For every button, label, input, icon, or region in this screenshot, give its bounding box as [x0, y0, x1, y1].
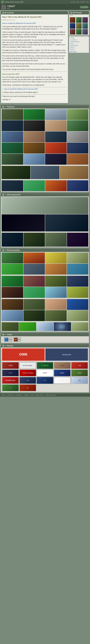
- promo-20[interactable]: [67, 299, 89, 310]
- promo-15[interactable]: [45, 287, 67, 298]
- promo-13[interactable]: [2, 287, 23, 298]
- stamp-7[interactable]: I CSS take a coilaway: [19, 370, 36, 376]
- promo-eye-1[interactable]: [2, 322, 19, 331]
- footer-link-about[interactable]: About: [1, 394, 5, 396]
- promo-4[interactable]: [67, 252, 89, 264]
- promo-eye-2[interactable]: [19, 322, 36, 331]
- feature-bot-1[interactable]: [2, 180, 23, 191]
- amazed-r2-2[interactable]: [23, 233, 45, 247]
- stamp-11[interactable]: deviantART Stamp: [2, 377, 19, 384]
- feature-photo-9[interactable]: [2, 132, 23, 142]
- promo-18[interactable]: [23, 299, 45, 310]
- footer-link-terms[interactable]: Terms of Service: [45, 394, 56, 396]
- background-stamp-container[interactable]: background: [45, 348, 88, 361]
- stamp-8[interactable]: MACRO: [37, 370, 54, 376]
- feature-photo-3[interactable]: [45, 109, 67, 120]
- promo-23[interactable]: [45, 310, 67, 321]
- stamp-12[interactable]: CSS: [19, 377, 36, 384]
- feature-bot-4[interactable]: [67, 180, 89, 191]
- stamp-1[interactable]: 1 CODE: [2, 362, 19, 369]
- promo-6[interactable]: [23, 264, 45, 274]
- feature-wide-2[interactable]: [31, 166, 59, 179]
- or-link-1-a[interactable]: ~~porchez: [70, 39, 76, 40]
- promo-7[interactable]: [45, 264, 67, 274]
- promo-19[interactable]: [45, 299, 67, 310]
- promo-24[interactable]: [67, 310, 89, 321]
- footer-link-developers[interactable]: Developers: [15, 394, 22, 396]
- stamp-6[interactable]: Canon: [2, 370, 19, 376]
- stamp-10[interactable]: Firefox: [71, 370, 88, 376]
- footer-link-advertising[interactable]: Advertising: [7, 394, 14, 396]
- footer-link-careers[interactable]: Careers: [24, 394, 29, 396]
- feature-wide-1[interactable]: [2, 166, 30, 179]
- feature-photo-14[interactable]: [23, 143, 45, 154]
- nav-journal[interactable]: journal: [71, 1, 75, 3]
- feature-photo-10[interactable]: [23, 132, 45, 142]
- promo-eye-4[interactable]: [54, 322, 71, 331]
- friend-avatar-1[interactable]: [70, 17, 75, 23]
- promo-21[interactable]: [2, 310, 23, 321]
- journal-button[interactable]: ⊞ Journal: [80, 6, 89, 8]
- install-link-2-a[interactable]: ► How to Install the Official dA V5 Jour…: [2, 88, 38, 90]
- feature-photo-16[interactable]: [67, 143, 89, 154]
- friend-avatar-6[interactable]: [82, 23, 88, 29]
- promo-8[interactable]: [67, 264, 89, 274]
- amazed-r2-3[interactable]: [45, 233, 67, 247]
- amazed-wide[interactable]: [2, 197, 88, 214]
- stamp-2[interactable]: CSS Club | Digital...: [19, 362, 36, 369]
- promo-9[interactable]: [2, 276, 23, 287]
- feature-photo-15[interactable]: [45, 143, 67, 154]
- promo-11[interactable]: [45, 276, 67, 287]
- feature-bot-3[interactable]: [45, 180, 67, 191]
- stamp-9[interactable]: BLACK: [54, 370, 71, 376]
- promo-eye-3[interactable]: [36, 322, 54, 331]
- promo-eye-5[interactable]: [71, 322, 88, 331]
- footer-link-help[interactable]: Help: [31, 394, 34, 396]
- promo-16[interactable]: [67, 287, 89, 298]
- nav-note[interactable]: note: [86, 1, 89, 3]
- amazed-1[interactable]: [2, 214, 45, 232]
- feature-photo-2[interactable]: [23, 109, 45, 120]
- promo-14[interactable]: [23, 287, 45, 298]
- stamp-4[interactable]: Riff pink: [54, 362, 71, 369]
- feature-photo-13[interactable]: [2, 143, 23, 154]
- feature-photo-6[interactable]: [23, 120, 45, 131]
- feature-photo-17[interactable]: [2, 154, 23, 165]
- friend-avatar-5[interactable]: [76, 23, 82, 29]
- feature-photo-12[interactable]: [67, 132, 89, 142]
- friend-avatar-4[interactable]: [70, 23, 75, 29]
- friend-avatar-9[interactable]: [82, 29, 88, 34]
- friend-avatar-2[interactable]: [76, 17, 82, 23]
- feature-photo-18[interactable]: [23, 154, 45, 165]
- stamp-17[interactable]: dA: [19, 384, 36, 391]
- amazed-r2-1[interactable]: [2, 233, 23, 247]
- promo-5[interactable]: [2, 264, 23, 274]
- stamp-15[interactable]: CSS: [71, 377, 88, 384]
- feature-photo-11[interactable]: [45, 132, 67, 142]
- stamp-3[interactable]: ++ /Diff/ Pink: [37, 362, 54, 369]
- footer-link-privacy[interactable]: Privacy Policy: [35, 394, 44, 396]
- feature-bot-2[interactable]: [23, 180, 45, 191]
- promo-17[interactable]: [2, 299, 23, 310]
- amazed-2[interactable]: [45, 214, 88, 232]
- friend-avatar-7[interactable]: [70, 29, 75, 34]
- promo-22[interactable]: [23, 310, 45, 321]
- nav-print[interactable]: print: [76, 1, 79, 3]
- stamp-16[interactable]: ★: [2, 384, 19, 391]
- amazed-r2-4[interactable]: [67, 233, 89, 247]
- feature-wide-3[interactable]: [60, 166, 88, 179]
- stamp-5[interactable]: I CSS: [71, 362, 88, 369]
- friend-avatar-8[interactable]: [76, 29, 82, 34]
- or-link-4-a[interactable]: ~chanzanalia: [70, 45, 78, 46]
- feature-photo-4[interactable]: [67, 109, 89, 120]
- feature-photo-8[interactable]: [67, 120, 89, 131]
- or-link-3-a[interactable]: ~Tatty: [70, 43, 74, 44]
- or-link-2-a[interactable]: ~smashmethod: [70, 41, 79, 42]
- or-link-5-a[interactable]: ~lilou73: [70, 46, 75, 48]
- club-slr[interactable]: SLR SLR: [13, 337, 21, 342]
- code-stamp-container[interactable]: CODE: [2, 348, 45, 361]
- promo-3[interactable]: [45, 252, 67, 264]
- promo-10[interactable]: [23, 276, 45, 287]
- feature-photo-20[interactable]: [67, 154, 89, 165]
- nav-wishlist[interactable]: wishlist: [80, 1, 85, 3]
